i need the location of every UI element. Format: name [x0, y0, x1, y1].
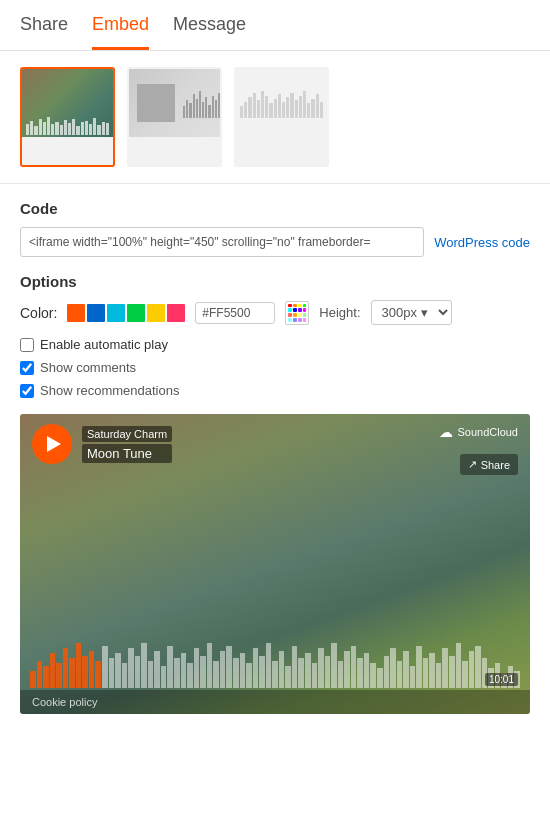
- swatch-blue[interactable]: [87, 304, 105, 322]
- track-artist: Saturday Charm: [82, 426, 172, 442]
- share-icon: ↗: [468, 458, 477, 471]
- color-hex-input[interactable]: [195, 302, 275, 324]
- autoplay-label: Enable automatic play: [40, 337, 168, 352]
- embed-top-bar: Saturday Charm Moon Tune: [20, 414, 530, 474]
- code-title: Code: [20, 200, 530, 217]
- height-label: Height:: [319, 305, 360, 320]
- play-triangle-icon: [47, 436, 61, 452]
- code-section: Code WordPress code: [0, 200, 550, 257]
- tab-embed[interactable]: Embed: [92, 14, 149, 50]
- show-recommendations-label: Show recommendations: [40, 383, 179, 398]
- soundcloud-cloud-icon: ☁: [439, 424, 453, 440]
- soundcloud-brand: SoundCloud: [457, 426, 518, 438]
- template-3-art: [236, 69, 327, 137]
- share-label: Share: [481, 459, 510, 471]
- show-recommendations-checkbox[interactable]: [20, 384, 34, 398]
- template-1-art: [22, 69, 113, 137]
- template-selector: [0, 51, 550, 183]
- color-label: Color:: [20, 305, 57, 321]
- track-title: Moon Tune: [82, 444, 172, 463]
- swatch-yellow[interactable]: [147, 304, 165, 322]
- color-swatches: [67, 304, 185, 322]
- cookie-policy-link[interactable]: Cookie policy: [32, 696, 97, 708]
- soundcloud-logo: ☁ SoundCloud: [439, 424, 518, 440]
- embed-waveform[interactable]: [20, 638, 530, 688]
- preview-share-button[interactable]: ↗ Share: [460, 454, 518, 475]
- code-row: WordPress code: [20, 227, 530, 257]
- enable-autoplay-row: Enable automatic play: [20, 337, 530, 352]
- swatch-green[interactable]: [127, 304, 145, 322]
- embed-time: 10:01: [485, 673, 518, 686]
- autoplay-checkbox[interactable]: [20, 338, 34, 352]
- wordpress-code-link[interactable]: WordPress code: [434, 235, 530, 250]
- height-select[interactable]: 300px ▾ 150px 200px 450px: [371, 300, 452, 325]
- template-1-waveform: [26, 117, 109, 135]
- swatch-orange[interactable]: [67, 304, 85, 322]
- show-comments-checkbox[interactable]: [20, 361, 34, 375]
- preview-play-button[interactable]: [32, 424, 72, 464]
- options-title: Options: [20, 273, 530, 290]
- show-comments-label: Show comments: [40, 360, 136, 375]
- code-input[interactable]: [20, 227, 424, 257]
- template-3[interactable]: [234, 67, 329, 167]
- tab-share[interactable]: Share: [20, 14, 68, 50]
- embed-footer: Cookie policy: [20, 690, 530, 714]
- color-grid-button[interactable]: [285, 301, 309, 325]
- tab-message[interactable]: Message: [173, 14, 246, 50]
- swatch-cyan[interactable]: [107, 304, 125, 322]
- swatch-pink[interactable]: [167, 304, 185, 322]
- show-recommendations-row: Show recommendations: [20, 383, 530, 398]
- options-section: Options Color: Height: 300px ▾ 150px 200…: [0, 273, 550, 398]
- template-2[interactable]: [127, 67, 222, 167]
- section-divider-1: [0, 183, 550, 184]
- template-1[interactable]: [20, 67, 115, 167]
- color-options-row: Color: Height: 300px ▾ 150px 200px 450px: [20, 300, 530, 325]
- show-comments-row: Show comments: [20, 360, 530, 375]
- tab-bar: Share Embed Message: [0, 0, 550, 51]
- embed-preview: Saturday Charm Moon Tune ☁ SoundCloud ↗ …: [20, 414, 530, 714]
- track-info: Saturday Charm Moon Tune: [82, 426, 172, 463]
- template-2-art: [129, 69, 220, 137]
